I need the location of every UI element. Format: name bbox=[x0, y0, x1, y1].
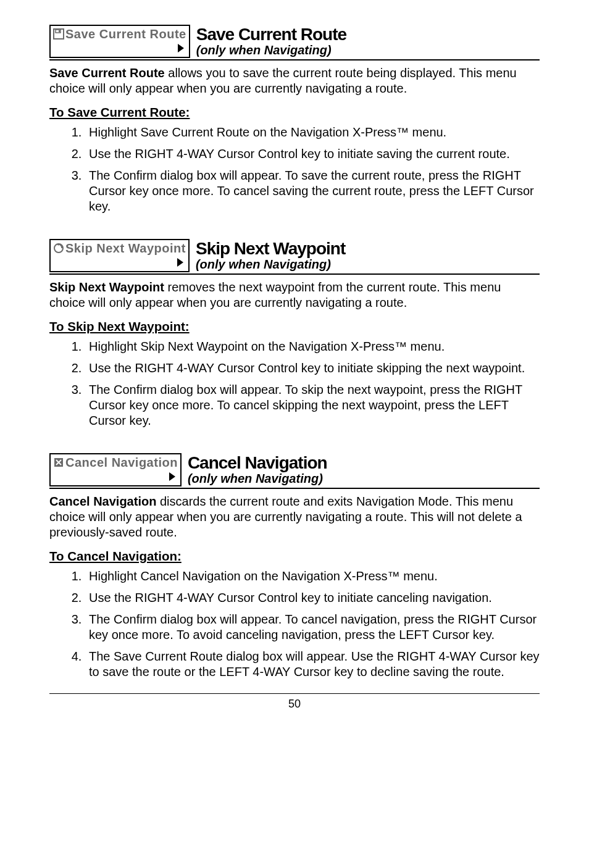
svg-marker-10 bbox=[169, 472, 175, 481]
svg-marker-3 bbox=[178, 44, 184, 52]
step-item: Use the RIGHT 4-WAY Cursor Control key t… bbox=[85, 590, 540, 606]
step-item: The Confirm dialog box will appear. To c… bbox=[85, 612, 540, 643]
section-subtitle: (only when Navigating) bbox=[196, 257, 345, 271]
menu-item-skip-waypoint: Skip Next Waypoint bbox=[49, 239, 190, 272]
section-intro: Save Current Route allows you to save th… bbox=[49, 65, 540, 96]
menu-label: Save Current Route bbox=[65, 27, 186, 41]
svg-rect-2 bbox=[59, 30, 60, 32]
skip-icon bbox=[53, 243, 64, 257]
steps-list: Highlight Skip Next Waypoint on the Navi… bbox=[49, 339, 540, 428]
divider bbox=[49, 488, 540, 489]
steps-list: Highlight Save Current Route on the Navi… bbox=[49, 125, 540, 214]
disk-icon bbox=[53, 28, 64, 43]
menu-item-cancel-navigation: Cancel Navigation bbox=[49, 453, 182, 486]
step-item: The Save Current Route dialog box will a… bbox=[85, 649, 540, 680]
section-title: Skip Next Waypoint bbox=[196, 240, 345, 257]
svg-marker-6 bbox=[177, 258, 183, 267]
divider bbox=[49, 273, 540, 275]
step-item: Use the RIGHT 4-WAY Cursor Control key t… bbox=[85, 146, 540, 162]
step-item: Use the RIGHT 4-WAY Cursor Control key t… bbox=[85, 361, 540, 376]
howto-heading: To Cancel Navigation: bbox=[49, 549, 540, 564]
step-item: The Confirm dialog box will appear. To s… bbox=[85, 168, 540, 214]
section-subtitle: (only when Navigating) bbox=[196, 43, 346, 57]
menu-label: Cancel Navigation bbox=[65, 456, 178, 469]
right-arrow-icon bbox=[51, 257, 188, 271]
step-item: Highlight Save Current Route on the Navi… bbox=[85, 125, 540, 140]
howto-heading: To Save Current Route: bbox=[49, 105, 540, 120]
section-title: Save Current Route bbox=[196, 25, 346, 43]
right-arrow-icon bbox=[51, 471, 180, 485]
section-subtitle: (only when Navigating) bbox=[188, 472, 327, 485]
section-intro: Cancel Navigation discards the current r… bbox=[49, 494, 540, 540]
section-intro: Skip Next Waypoint removes the next wayp… bbox=[49, 280, 540, 311]
step-item: Highlight Skip Next Waypoint on the Navi… bbox=[85, 339, 540, 354]
cancel-icon bbox=[53, 457, 64, 471]
section-title: Cancel Navigation bbox=[188, 454, 327, 472]
right-arrow-icon bbox=[51, 43, 189, 57]
menu-item-save-route: Save Current Route bbox=[49, 25, 190, 58]
steps-list: Highlight Cancel Navigation on the Navig… bbox=[49, 569, 540, 680]
step-item: The Confirm dialog box will appear. To s… bbox=[85, 382, 540, 428]
page-number: 50 bbox=[49, 693, 540, 711]
divider bbox=[49, 59, 540, 61]
howto-heading: To Skip Next Waypoint: bbox=[49, 319, 540, 334]
step-item: Highlight Cancel Navigation on the Navig… bbox=[85, 569, 540, 584]
menu-label: Skip Next Waypoint bbox=[65, 241, 186, 255]
